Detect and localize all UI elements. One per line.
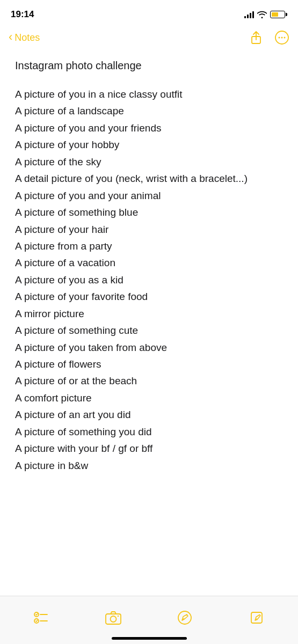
- back-button[interactable]: ‹ Notes: [9, 32, 40, 43]
- svg-rect-14: [251, 612, 262, 623]
- svg-point-2: [279, 37, 280, 39]
- note-list-item: A picture from a party: [15, 238, 283, 254]
- note-list-item: A picture of something blue: [15, 204, 283, 221]
- signal-icon: [244, 11, 254, 18]
- note-list-item: A picture of you in a nice classy outfit: [15, 86, 283, 103]
- status-icons: [244, 11, 287, 18]
- note-list-item: A mirror picture: [15, 305, 283, 322]
- checklist-button[interactable]: [25, 604, 57, 631]
- note-list-item: A picture of you as a kid: [15, 272, 283, 288]
- note-list-item: A picture of your hobby: [15, 136, 283, 153]
- note-list-item: A picture of flowers: [15, 356, 283, 372]
- svg-rect-9: [106, 614, 121, 624]
- note-list-item: A comfort picture: [15, 390, 283, 406]
- note-list-item: A picture of you and your friends: [15, 120, 283, 136]
- svg-point-10: [110, 616, 116, 622]
- note-list-item: A picture of the sky: [15, 153, 283, 170]
- note-list-item: A picture with your bf / gf or bff: [15, 440, 283, 457]
- home-indicator: [112, 637, 187, 640]
- wifi-icon: [257, 11, 267, 18]
- svg-point-11: [117, 615, 118, 616]
- nav-bar: ‹ Notes: [0, 26, 298, 54]
- chevron-left-icon: ‹: [9, 31, 12, 43]
- note-list-item: A picture of a vacation: [15, 254, 283, 271]
- camera-button[interactable]: [97, 604, 129, 631]
- note-list-item: A picture of a landscape: [15, 103, 283, 119]
- note-list-item: A picture of something you did: [15, 423, 283, 440]
- back-label: Notes: [14, 32, 40, 43]
- battery-icon: [270, 11, 287, 18]
- status-bar: 19:14: [0, 0, 298, 26]
- note-list-item: A detail picture of you (neck, wrist wit…: [15, 170, 283, 187]
- note-list-item: A picture of you and your animal: [15, 187, 283, 204]
- svg-point-12: [178, 611, 191, 624]
- nav-actions: [249, 30, 289, 45]
- note-content: Instagram photo challenge A picture of y…: [0, 54, 298, 485]
- note-list-item: A picture in b&w: [15, 457, 283, 474]
- note-title: Instagram photo challenge: [15, 58, 283, 73]
- note-list-item: A picture of or at the beach: [15, 372, 283, 389]
- share-button[interactable]: [249, 30, 264, 45]
- note-list-item: A picture of an art you did: [15, 406, 283, 423]
- svg-point-3: [281, 37, 283, 39]
- status-time: 19:14: [11, 9, 34, 20]
- note-list-item: A picture of you taken from above: [15, 339, 283, 356]
- edit-button[interactable]: [241, 604, 273, 631]
- more-button[interactable]: [274, 30, 289, 45]
- note-list-item: A picture of your favorite food: [15, 288, 283, 305]
- svg-point-4: [284, 37, 286, 39]
- compose-button[interactable]: [169, 604, 201, 631]
- note-list-item: A picture of your hair: [15, 221, 283, 238]
- note-list-item: A picture of something cute: [15, 322, 283, 339]
- note-list: A picture of you in a nice classy outfit…: [15, 86, 283, 474]
